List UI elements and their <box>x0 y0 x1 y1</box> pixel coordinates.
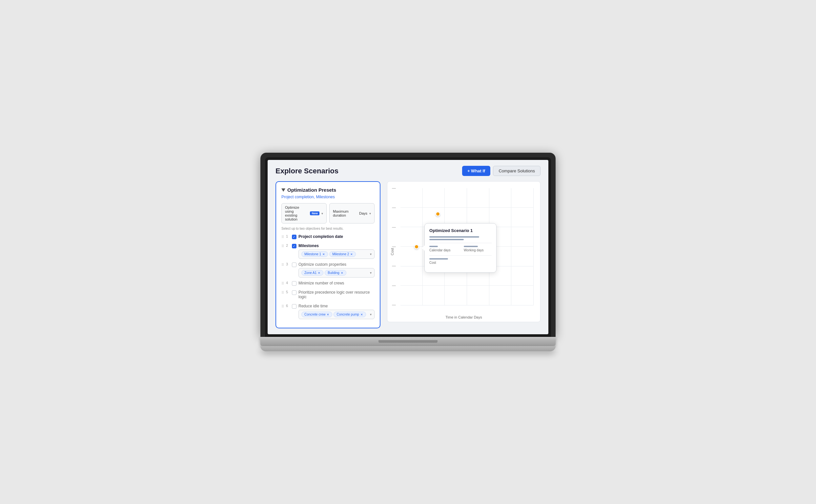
x-axis-label: Time in Calendar Days <box>445 315 482 319</box>
obj-label-6: Reduce idle time <box>299 304 375 308</box>
max-duration-dropdown[interactable]: Maximum duration Days ▾ <box>329 203 375 223</box>
app-container: Explore Scenarios + What If Compare Solu… <box>268 160 548 334</box>
zone-a1-remove-icon[interactable]: ✕ <box>318 271 321 275</box>
grid-cell <box>400 227 423 247</box>
concrete-crew-remove-icon[interactable]: ✕ <box>327 313 329 316</box>
existing-solution-dropdown[interactable]: Optimize using existing solution New ▾ <box>282 203 327 223</box>
what-if-button[interactable]: + What If <box>462 166 491 176</box>
drag-handle-1[interactable]: ⠿ <box>282 235 284 239</box>
building-remove-icon[interactable]: ✕ <box>341 271 343 275</box>
obj-content-2: Milestones Milestone 1 ✕ Milestone 2 <box>299 243 375 259</box>
optimization-presets-subtitle: Project completion, Milestones <box>282 195 375 199</box>
obj-num-1: 1 <box>286 234 290 238</box>
obj-content-6: Reduce idle time Concrete crew ✕ Concr <box>299 304 375 319</box>
grid-cell <box>511 208 534 227</box>
working-days-metric: Working days <box>464 246 492 252</box>
objective-item-3: ⠿ 3 Optimize custom properties Zone A1 <box>282 262 375 278</box>
y-tick-7 <box>392 305 396 305</box>
y-tick-3 <box>392 227 396 228</box>
laptop-screen-outer: Explore Scenarios + What If Compare Solu… <box>261 153 555 337</box>
dropdown-row: Optimize using existing solution New ▾ M… <box>282 203 375 223</box>
milestone-2-tag: Milestone 2 ✕ <box>329 251 356 257</box>
milestone-1-tag: Milestone 1 ✕ <box>301 251 328 257</box>
zone-a1-tag: Zone A1 ✕ <box>301 270 323 276</box>
checkbox-1[interactable]: ✓ <box>292 235 297 239</box>
page-title: Explore Scenarios <box>276 167 339 175</box>
laptop-wrapper: Explore Scenarios + What If Compare Solu… <box>261 153 555 351</box>
objective-item-6: ⠿ 6 Reduce idle time Concrete crew <box>282 304 375 319</box>
y-tick-2 <box>392 207 396 208</box>
milestone-2-remove-icon[interactable]: ✕ <box>350 253 353 256</box>
collapse-icon[interactable] <box>282 188 285 192</box>
drag-handle-5[interactable]: ⠿ <box>282 291 284 295</box>
grid-cell <box>400 247 423 266</box>
milestones-tags-container[interactable]: Milestone 1 ✕ Milestone 2 ✕ ▾ <box>299 249 375 259</box>
concrete-pump-tag-label: Concrete pump <box>337 313 359 316</box>
concrete-pump-remove-icon[interactable]: ✕ <box>360 313 363 316</box>
drag-handle-2[interactable]: ⠿ <box>282 244 284 248</box>
milestone-2-tag-label: Milestone 2 <box>332 252 349 256</box>
grid-cell <box>467 188 489 208</box>
grid-cell <box>511 188 534 208</box>
data-point-2[interactable] <box>414 244 419 249</box>
drag-handle-4[interactable]: ⠿ <box>282 281 284 286</box>
checkbox-3[interactable] <box>292 262 297 267</box>
max-duration-value: Days <box>359 211 367 215</box>
cost-row: Cost <box>429 258 492 264</box>
calendar-days-label: Calendar days <box>429 248 457 252</box>
obj-num-3: 3 <box>286 262 290 266</box>
checkbox-6[interactable] <box>292 304 297 309</box>
grid-cell <box>489 188 512 208</box>
header-buttons: + What If Compare Solutions <box>462 166 540 176</box>
tooltip-bar-1 <box>429 236 479 238</box>
existing-solution-label: Optimize using existing solution <box>285 205 307 221</box>
grid-cell <box>423 286 445 305</box>
custom-props-tags-container[interactable]: Zone A1 ✕ Building ✕ ▾ <box>299 268 375 278</box>
obj-num-4: 4 <box>286 281 290 285</box>
left-panel: Optimization Presets Project completion,… <box>276 181 380 328</box>
tooltip-metrics-row: Calendar days Working days <box>429 246 492 252</box>
grid-cell <box>400 208 423 227</box>
checkbox-2[interactable]: ✓ <box>292 244 297 248</box>
obj-label-5: Prioritize precedence logic over resourc… <box>299 290 375 299</box>
chart-area: Cost <box>387 181 540 322</box>
obj-content-3: Optimize custom properties Zone A1 ✕ B <box>299 262 375 278</box>
tooltip-card: Optimized Scenario 1 Calendar days <box>424 223 496 273</box>
max-duration-label: Maximum duration <box>333 209 357 217</box>
grid-cell <box>511 227 534 247</box>
checkbox-4[interactable] <box>292 281 297 286</box>
building-tag: Building ✕ <box>325 270 346 276</box>
building-tag-label: Building <box>328 271 340 275</box>
milestone-1-remove-icon[interactable]: ✕ <box>322 253 325 256</box>
custom-props-chevron-icon: ▾ <box>370 271 372 275</box>
data-point-1[interactable] <box>436 212 440 216</box>
tooltip-divider-2 <box>429 255 492 256</box>
laptop-base <box>261 337 555 346</box>
compare-solutions-button[interactable]: Compare Solutions <box>493 166 540 176</box>
right-panel: Cost <box>387 181 540 328</box>
y-tick-5 <box>392 266 396 266</box>
working-days-label: Working days <box>464 248 492 252</box>
grid-cell <box>400 188 423 208</box>
obj-label-4: Minimize number of crews <box>299 281 375 285</box>
drag-handle-3[interactable]: ⠿ <box>282 263 284 267</box>
checkbox-5[interactable] <box>292 290 297 295</box>
obj-content-1: Project completion date <box>299 234 375 240</box>
new-badge: New <box>310 211 320 215</box>
optimization-presets-title: Optimization Presets <box>287 187 336 193</box>
chevron-down-icon: ▾ <box>321 212 323 215</box>
concrete-crew-tag-label: Concrete crew <box>304 313 325 316</box>
drag-handle-6[interactable]: ⠿ <box>282 304 284 309</box>
tooltip-divider-1 <box>429 243 492 243</box>
card-header: Optimization Presets <box>282 187 375 193</box>
obj-content-5: Prioritize precedence logic over resourc… <box>299 290 375 300</box>
objective-item-4: ⠿ 4 Minimize number of crews <box>282 281 375 287</box>
optimization-card: Optimization Presets Project completion,… <box>276 181 380 328</box>
laptop-screen: Explore Scenarios + What If Compare Solu… <box>268 160 548 334</box>
obj-num-6: 6 <box>286 304 290 308</box>
idle-time-tags-container[interactable]: Concrete crew ✕ Concrete pump ✕ ▾ <box>299 310 375 319</box>
laptop-screen-bezel: Explore Scenarios + What If Compare Solu… <box>265 157 551 337</box>
zone-a1-tag-label: Zone A1 <box>304 271 317 275</box>
chart-grid: Optimized Scenario 1 Calendar days <box>400 188 534 305</box>
y-tick-4 <box>392 246 396 247</box>
